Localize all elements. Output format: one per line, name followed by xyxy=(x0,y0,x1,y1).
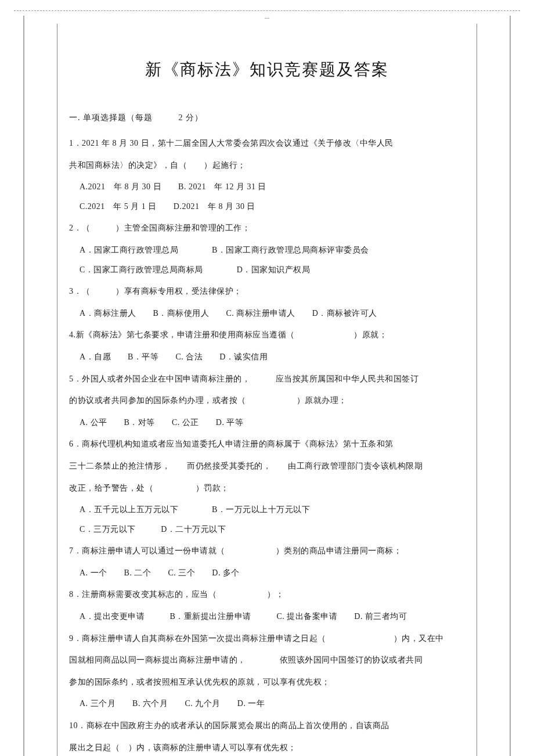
question-options: A．商标注册人 B．商标使用人 C. 商标注册申请人 D．商标被许可人 xyxy=(69,304,465,323)
question-number: 7． xyxy=(69,546,82,555)
question-options: A. 三个月 B. 六个月 C. 九个月 D. 一年 xyxy=(69,694,465,714)
question-text: 改正，给予警告，处（ ）罚款； xyxy=(69,478,465,498)
questions-container: 1．2021 年 8 月 30 日，第十二届全国人大常委会第四次会议通过《关于修… xyxy=(69,134,465,756)
question-text: 1．2021 年 8 月 30 日，第十二届全国人大常委会第四次会议通过《关于修… xyxy=(69,134,465,153)
top-divider xyxy=(14,10,520,11)
question-body: 商标注册申请人自其商标在外国第一次提出商标注册申请之日起（ ）内，又在中 xyxy=(82,634,444,643)
page-title: 新《商标法》知识竞赛题及答案 xyxy=(69,59,465,81)
question-number: 4. xyxy=(69,330,76,339)
question-text: 6．商标代理机构知道或者应当知道委托人申请注册的商标属于《商标法》第十五条和第 xyxy=(69,434,465,454)
question-text: 7．商标注册申请人可以通过一份申请就（ ）类别的商品申请注册同一商标； xyxy=(69,541,465,561)
question-body: （ ）主管全国商标注册和管理的工作； xyxy=(82,224,250,232)
question-text: 参加的国际条约，或者按照相互承认优先权的原就，可以享有优先权； xyxy=(69,672,465,692)
question-number: 6． xyxy=(69,440,82,448)
question-options: A．自愿 B．平等 C. 合法 D．诚实信用 xyxy=(69,347,465,367)
question-text: 8．注册商标需要改变其标志的，应当（ ）； xyxy=(69,585,465,604)
question-number: 1． xyxy=(69,139,82,147)
section-header: 一. 单项选择题（每题 2 分） xyxy=(69,113,465,123)
question-text: 3．（ ）享有商标专用权，受法律保护； xyxy=(69,282,465,301)
question-options: C.2021 年 5 月 1 日 D.2021 年 8 月 30 日 xyxy=(69,197,465,217)
page-outer-border: 新《商标法》知识竞赛题及答案 一. 单项选择题（每题 2 分） 1．2021 年… xyxy=(23,16,511,756)
question-options: A．提出变更申请 B．重新提出注册申请 C. 提出备案申请 D. 前三者均可 xyxy=(69,607,465,627)
question-number: 9． xyxy=(69,634,82,643)
question-text: 国就相同商品以同一商标提出商标注册申请的， 依照该外国同中国签订的协议或者共同 xyxy=(69,650,465,670)
question-text: 2．（ ）主管全国商标注册和管理的工作； xyxy=(69,218,465,238)
question-text: 9．商标注册申请人自其商标在外国第一次提出商标注册申请之日起（ ）内，又在中 xyxy=(69,629,465,649)
question-text: 三十二条禁止的抢注情形， 而仍然接受其委托的， 由工商行政管理部门责令该机构限期 xyxy=(69,456,465,476)
question-body: 商标代理机构知道或者应当知道委托人申请注册的商标属于《商标法》第十五条和第 xyxy=(82,440,394,448)
section-points: 2 分） xyxy=(179,113,204,123)
question-text: 共和国商标法〉的决定》，自（ ）起施行； xyxy=(69,156,465,175)
question-text: 5．外国人或者外国企业在中国申请商标注册的， 应当按其所属国和中华人民共和国签订 xyxy=(69,369,465,389)
question-options: A．五千元以上五万元以下 B．一万元以上十万元以下 xyxy=(69,500,465,520)
question-text: 的协议或者共同参加的国际条约办理，或者按（ ）原就办理； xyxy=(69,391,465,411)
question-number: 5． xyxy=(69,375,82,383)
question-body: 商标注册申请人可以通过一份申请就（ ）类别的商品申请注册同一商标； xyxy=(82,546,402,555)
question-text: 4.新《商标法》第七条要求，申请注册和使用商标应当遵循（ ）原就； xyxy=(69,325,465,345)
question-body: （ ）享有商标专用权，受法律保护； xyxy=(82,287,242,296)
question-options: A. 一个 B. 二个 C. 三个 D. 多个 xyxy=(69,563,465,583)
question-body: 新《商标法》第七条要求，申请注册和使用商标应当遵循（ ）原就； xyxy=(76,330,388,339)
section-number: 一. xyxy=(69,113,81,122)
page-inner-frame: 新《商标法》知识竞赛题及答案 一. 单项选择题（每题 2 分） 1．2021 年… xyxy=(57,24,477,756)
question-options: A.2021 年 8 月 30 日 B. 2021 年 12 月 31 日 xyxy=(69,177,465,197)
question-options: C．国家工商行政管理总局商标局 D．国家知识产权局 xyxy=(69,260,465,280)
question-options: A．国家工商行政管理总局 B．国家工商行政管理总局商标评审委员会 xyxy=(69,240,465,260)
question-options: C．三万元以下 D．二十万元以下 xyxy=(69,520,465,539)
question-number: 2． xyxy=(69,224,82,232)
question-body: 外国人或者外国企业在中国申请商标注册的， 应当按其所属国和中华人民共和国签订 xyxy=(82,375,418,383)
question-body: 商标在中国政府主办的或者承认的国际展览会展出的商品上首次使用的，自该商品 xyxy=(86,721,389,730)
question-body: 2021 年 8 月 30 日，第十二届全国人大常委会第四次会议通过《关于修改〈… xyxy=(82,139,394,147)
question-text: 展出之日起（ ）内，该商标的注册申请人可以享有优先权； xyxy=(69,738,465,756)
section-label: 单项选择题（每题 xyxy=(83,113,153,122)
question-number: 3． xyxy=(69,287,82,296)
question-text: 10．商标在中国政府主办的或者承认的国际展览会展出的商品上首次使用的，自该商品 xyxy=(69,716,465,736)
question-number: 8． xyxy=(69,590,82,599)
question-options: A. 公平 B．对等 C. 公正 D. 平等 xyxy=(69,413,465,433)
question-number: 10． xyxy=(69,721,86,730)
question-body: 注册商标需要改变其标志的，应当（ ）； xyxy=(82,590,284,599)
